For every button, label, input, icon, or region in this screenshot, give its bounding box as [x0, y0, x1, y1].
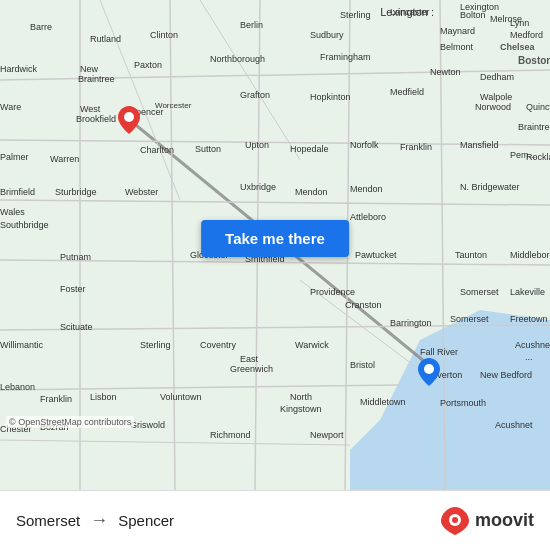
svg-text:Middletown: Middletown [360, 397, 406, 407]
svg-text:Braintree: Braintree [78, 74, 115, 84]
svg-text:East: East [240, 354, 259, 364]
svg-text:Coventry: Coventry [200, 340, 237, 350]
destination-city-label: Spencer [118, 512, 174, 529]
svg-text:Upton: Upton [245, 140, 269, 150]
svg-text:Palmer: Palmer [0, 152, 29, 162]
svg-text:Medford: Medford [510, 30, 543, 40]
svg-text:Framingham: Framingham [320, 52, 371, 62]
svg-text:Providence: Providence [310, 287, 355, 297]
svg-text:Middleborough: Middleborough [510, 250, 550, 260]
moovit-brand-name: moovit [475, 510, 534, 531]
svg-text:Pem...: Pem... [510, 150, 536, 160]
svg-text:Somerset: Somerset [460, 287, 499, 297]
svg-text:Foster: Foster [60, 284, 86, 294]
svg-text:Newton: Newton [430, 67, 461, 77]
destination-pin [118, 106, 140, 138]
svg-text:Walpole: Walpole [480, 92, 512, 102]
origin-city-label: Somerset [16, 512, 80, 529]
svg-text:Somerset: Somerset [450, 314, 489, 324]
svg-text:Ware: Ware [0, 102, 21, 112]
svg-text:Grafton: Grafton [240, 90, 270, 100]
svg-text:Medfield: Medfield [390, 87, 424, 97]
svg-text:Norfolk: Norfolk [350, 140, 379, 150]
svg-text:Boston: Boston [518, 55, 550, 66]
svg-text:Clinton: Clinton [150, 30, 178, 40]
map-container: Lancaster Bolton Lexington Melrose Sterl… [0, 0, 550, 490]
svg-text:Franklin: Franklin [400, 142, 432, 152]
take-me-there-button[interactable]: Take me there [201, 220, 349, 257]
svg-text:Attleboro: Attleboro [350, 212, 386, 222]
svg-text:North: North [290, 392, 312, 402]
svg-text:Norwood: Norwood [475, 102, 511, 112]
svg-text:Pawtucket: Pawtucket [355, 250, 397, 260]
svg-text:Freetown: Freetown [510, 314, 548, 324]
svg-text:Berlin: Berlin [240, 20, 263, 30]
svg-point-2 [360, 448, 420, 472]
svg-text:Griswold: Griswold [130, 420, 165, 430]
svg-text:Brimfield: Brimfield [0, 187, 35, 197]
svg-text:Warwick: Warwick [295, 340, 329, 350]
lexington-label: Lexington : [380, 6, 434, 18]
svg-text:Hopkinton: Hopkinton [310, 92, 351, 102]
svg-point-118 [124, 112, 134, 122]
svg-text:Lynn: Lynn [510, 18, 529, 28]
svg-text:Lisbon: Lisbon [90, 392, 117, 402]
svg-text:Uxbridge: Uxbridge [240, 182, 276, 192]
svg-text:Braintree: Braintree [518, 122, 550, 132]
svg-text:West: West [80, 104, 101, 114]
origin-pin [418, 358, 440, 390]
svg-text:Sterling: Sterling [140, 340, 171, 350]
svg-text:Acushnet: Acushnet [515, 340, 550, 350]
svg-text:Warren: Warren [50, 154, 79, 164]
svg-text:Sudbury: Sudbury [310, 30, 344, 40]
svg-text:Hopedale: Hopedale [290, 144, 329, 154]
svg-text:Mendon: Mendon [350, 184, 383, 194]
svg-text:Mansfield: Mansfield [460, 140, 499, 150]
svg-point-119 [424, 364, 434, 374]
svg-text:Belmont: Belmont [440, 42, 474, 52]
svg-text:Greenwich: Greenwich [230, 364, 273, 374]
svg-text:Acushnet: Acushnet [495, 420, 533, 430]
svg-text:Lebanon: Lebanon [0, 382, 35, 392]
svg-text:Fall River: Fall River [420, 347, 458, 357]
moovit-logo: moovit [441, 507, 534, 535]
svg-text:Lexington: Lexington [460, 2, 499, 12]
svg-text:Southbridge: Southbridge [0, 220, 49, 230]
svg-text:Willimantic: Willimantic [0, 340, 44, 350]
svg-text:Lakeville: Lakeville [510, 287, 545, 297]
svg-text:Cranston: Cranston [345, 300, 382, 310]
svg-text:Barrington: Barrington [390, 318, 432, 328]
svg-text:Paxton: Paxton [134, 60, 162, 70]
svg-text:Franklin: Franklin [40, 394, 72, 404]
svg-text:Newport: Newport [310, 430, 344, 440]
svg-text:Bristol: Bristol [350, 360, 375, 370]
svg-text:New Bedford: New Bedford [480, 370, 532, 380]
svg-text:Northborough: Northborough [210, 54, 265, 64]
svg-text:Hardwick: Hardwick [0, 64, 38, 74]
svg-text:Kingstown: Kingstown [280, 404, 322, 414]
svg-text:Putnam: Putnam [60, 252, 91, 262]
svg-text:Brookfield: Brookfield [76, 114, 116, 124]
svg-text:Webster: Webster [125, 187, 158, 197]
svg-text:Quincy: Quincy [526, 102, 550, 112]
svg-text:Dedham: Dedham [480, 72, 514, 82]
route-info: Somerset → Spencer [16, 510, 174, 531]
footer-bar: Somerset → Spencer moovit [0, 490, 550, 550]
svg-text:Sturbridge: Sturbridge [55, 187, 97, 197]
route-arrow-icon: → [90, 510, 108, 531]
svg-text:Maynard: Maynard [440, 26, 475, 36]
svg-text:Sterling: Sterling [340, 10, 371, 20]
svg-text:...: ... [525, 352, 533, 362]
svg-point-121 [452, 517, 458, 523]
svg-text:Portsmouth: Portsmouth [440, 398, 486, 408]
svg-text:New: New [80, 64, 99, 74]
svg-text:Richmond: Richmond [210, 430, 251, 440]
svg-text:Barre: Barre [30, 22, 52, 32]
svg-text:Charlton: Charlton [140, 145, 174, 155]
svg-text:Sutton: Sutton [195, 144, 221, 154]
svg-text:Taunton: Taunton [455, 250, 487, 260]
svg-text:N. Bridgewater: N. Bridgewater [460, 182, 520, 192]
osm-attribution: © OpenStreetMap contributors [6, 416, 134, 428]
svg-text:Scituate: Scituate [60, 322, 93, 332]
svg-text:Rutland: Rutland [90, 34, 121, 44]
